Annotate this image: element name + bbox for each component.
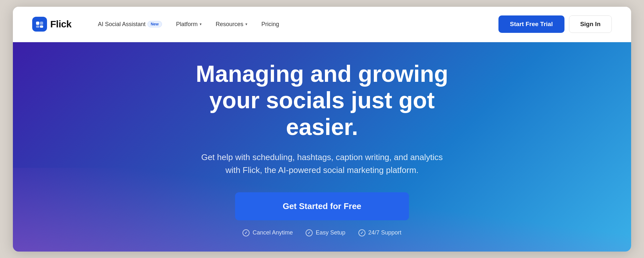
hero-title: Managing and growing your socials just g… (177, 61, 467, 140)
svg-rect-2 (36, 25, 39, 28)
svg-rect-0 (36, 22, 39, 25)
hero-subtitle: Get help with scheduling, hashtags, capt… (200, 151, 444, 177)
logo-icon (32, 17, 47, 32)
platform-chevron-icon: ▾ (200, 22, 202, 26)
nav-item-ai-social[interactable]: AI Social Assistant New (91, 18, 169, 30)
nav-item-resources[interactable]: Resources ▾ (209, 18, 254, 30)
get-started-button[interactable]: Get Started for Free (235, 192, 409, 220)
logo[interactable]: Flick (32, 17, 71, 32)
page-wrapper: Flick AI Social Assistant New Platform ▾… (13, 7, 631, 252)
hero-section: Managing and growing your socials just g… (13, 42, 631, 252)
check-circle-icon-1 (242, 229, 250, 236)
nav-links: AI Social Assistant New Platform ▾ Resou… (91, 18, 498, 30)
start-free-trial-button[interactable]: Start Free Trial (498, 15, 564, 33)
nav-actions: Start Free Trial Sign In (498, 15, 612, 33)
ai-new-badge: New (147, 21, 162, 27)
sign-in-button[interactable]: Sign In (569, 15, 612, 33)
svg-rect-3 (40, 25, 43, 28)
navbar: Flick AI Social Assistant New Platform ▾… (13, 7, 631, 42)
resources-chevron-icon: ▾ (245, 22, 247, 26)
logo-text: Flick (50, 19, 71, 30)
hero-badges: Cancel Anytime Easy Setup 24/7 Support (242, 229, 401, 236)
check-circle-icon-3 (358, 229, 365, 236)
nav-item-platform[interactable]: Platform ▾ (169, 18, 209, 30)
badge-247-support: 24/7 Support (358, 229, 402, 236)
badge-easy-setup: Easy Setup (306, 229, 345, 236)
badge-cancel-anytime: Cancel Anytime (242, 229, 293, 236)
svg-rect-1 (40, 22, 43, 25)
check-circle-icon-2 (306, 229, 313, 236)
nav-item-pricing[interactable]: Pricing (254, 18, 286, 30)
